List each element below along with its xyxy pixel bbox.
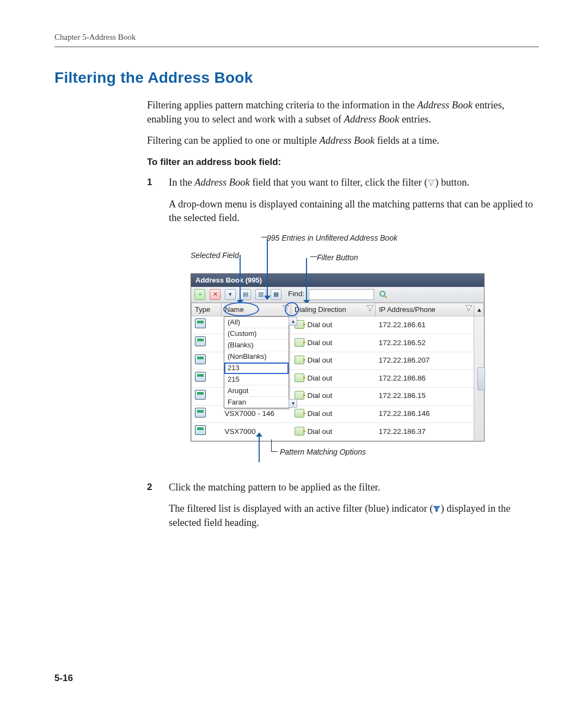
step-1-line-2: A drop-down menu is displayed containing… — [169, 198, 539, 225]
arrow-icon — [306, 258, 307, 301]
filter-icon[interactable] — [465, 304, 473, 312]
type-cell — [192, 352, 222, 370]
col-ip[interactable]: IP Address/Phone — [376, 303, 474, 316]
direction-cell: Dial out — [291, 370, 376, 388]
toolbar: ＋ ✕ ▾ ▤ ▥ ▦ Find: — [191, 287, 484, 303]
device-icon — [195, 372, 206, 382]
col-direction[interactable]: Dialing Direction — [291, 303, 376, 316]
dropdown-option[interactable]: 215 — [224, 374, 289, 385]
figure: 995 Entries in Unfiltered Address Book S… — [191, 233, 485, 463]
dropdown-option[interactable]: 213 — [224, 363, 289, 374]
window-title: Address Book (995) — [191, 274, 484, 287]
step-1-line-1: In the Address Book field that you want … — [169, 176, 539, 190]
dropdown-option[interactable]: (NonBlanks) — [224, 351, 289, 363]
section-title: Filtering the Address Book — [54, 69, 539, 87]
dropdown-option[interactable]: (Custom) — [224, 328, 289, 340]
type-cell — [192, 423, 222, 441]
device-icon — [195, 425, 206, 435]
filter-icon[interactable] — [366, 304, 374, 312]
type-cell — [192, 370, 222, 388]
step-2-line-1: Click the matching pattern to be applied… — [169, 481, 539, 495]
delete-entry-icon[interactable]: ✕ — [210, 289, 220, 300]
funnel-blue-icon — [433, 503, 440, 511]
find-input[interactable] — [309, 289, 374, 300]
dropdown-option[interactable]: (All) — [224, 317, 289, 328]
device-icon — [195, 318, 206, 328]
device-icon — [195, 336, 206, 346]
procedure-lead: To filter an address book field: — [147, 156, 539, 168]
dropdown-option[interactable]: (Blanks) — [224, 340, 289, 351]
step-2: 2 Click the matching pattern to be appli… — [147, 481, 539, 538]
step-number: 1 — [147, 176, 169, 473]
scroll-down-icon[interactable]: ▾ — [289, 399, 297, 408]
step-number: 2 — [147, 481, 169, 538]
ip-cell: 172.22.186.86 — [376, 370, 474, 388]
dial-out-icon — [295, 409, 304, 418]
callout-entries: 995 Entries in Unfiltered Address Book — [267, 233, 397, 243]
step-1: 1 In the Address Book field that you wan… — [147, 176, 539, 473]
scroll-up-icon[interactable]: ▴ — [474, 303, 484, 316]
direction-cell: Dial out — [291, 405, 376, 423]
intro-p2: Filtering can be applied to one or multi… — [147, 134, 539, 148]
col-name[interactable]: Name — [222, 303, 291, 316]
add-entry-icon[interactable]: ＋ — [194, 289, 205, 300]
direction-cell: Dial out — [291, 387, 376, 405]
device-icon — [195, 354, 206, 364]
type-cell — [192, 387, 222, 405]
svg-line-1 — [384, 296, 387, 298]
toolbar-icon[interactable]: ▾ — [225, 289, 236, 300]
dial-out-icon — [295, 427, 304, 436]
dropdown-option[interactable]: Faran — [224, 397, 289, 408]
ip-cell: 172.22.186.37 — [376, 423, 474, 441]
ip-cell: 172.22.186.146 — [376, 405, 474, 423]
find-label: Find: — [288, 289, 304, 299]
intro-p1: Filtering applies pattern matching crite… — [147, 99, 539, 126]
col-type[interactable]: Type — [192, 303, 222, 316]
direction-cell: Dial out — [291, 423, 376, 441]
filter-dropdown[interactable]: ▴ ▾ (All)(Custom)(Blanks)(NonBlanks)2132… — [224, 316, 289, 408]
toolbar-icon[interactable]: ▦ — [271, 289, 281, 300]
dial-out-icon — [295, 356, 304, 364]
search-icon[interactable] — [378, 290, 388, 299]
step-2-line-2: The filtered list is displayed with an a… — [169, 502, 539, 530]
screenshot-address-book: Address Book (995) ＋ ✕ ▾ ▤ ▥ ▦ Find: — [191, 273, 485, 442]
ip-cell: 172.22.186.52 — [376, 334, 474, 352]
direction-cell: Dial out — [291, 316, 376, 334]
filter-icon[interactable] — [282, 304, 290, 312]
ip-cell: 172.22.186.207 — [376, 352, 474, 370]
arrow-icon — [240, 255, 241, 301]
body-text: Filtering applies pattern matching crite… — [147, 99, 539, 537]
running-head: Chapter 5-Address Book — [54, 33, 539, 42]
scrollbar-thumb[interactable] — [477, 367, 485, 390]
callout-selected-field: Selected Field — [191, 250, 239, 261]
dropdown-option[interactable]: Arugot — [224, 385, 289, 397]
svg-point-0 — [380, 291, 385, 296]
scrollbar[interactable] — [474, 316, 484, 440]
direction-cell: Dial out — [291, 334, 376, 352]
table-row[interactable]: VSX7000Dial out172.22.186.37 — [192, 423, 484, 441]
callout-filter-button: Filter Button — [317, 253, 358, 263]
type-cell — [192, 405, 222, 423]
scroll-up-icon[interactable]: ▴ — [289, 317, 297, 326]
callout-pattern-options: Pattern Matching Options — [280, 447, 366, 457]
ip-cell: 172.22.186.15 — [376, 387, 474, 405]
type-cell — [192, 334, 222, 352]
funnel-icon — [427, 177, 435, 185]
ip-cell: 172.22.186.61 — [376, 316, 474, 334]
direction-cell: Dial out — [291, 352, 376, 370]
header-rule — [54, 46, 539, 47]
toolbar-icon[interactable]: ▤ — [240, 289, 251, 300]
device-icon — [195, 390, 206, 400]
device-icon — [195, 408, 206, 418]
dial-out-icon — [295, 373, 304, 382]
type-cell — [192, 316, 222, 334]
dial-out-icon — [295, 338, 304, 347]
arrow-icon — [267, 238, 268, 296]
arrow-icon — [259, 436, 260, 462]
page-number: 5-16 — [54, 673, 73, 684]
